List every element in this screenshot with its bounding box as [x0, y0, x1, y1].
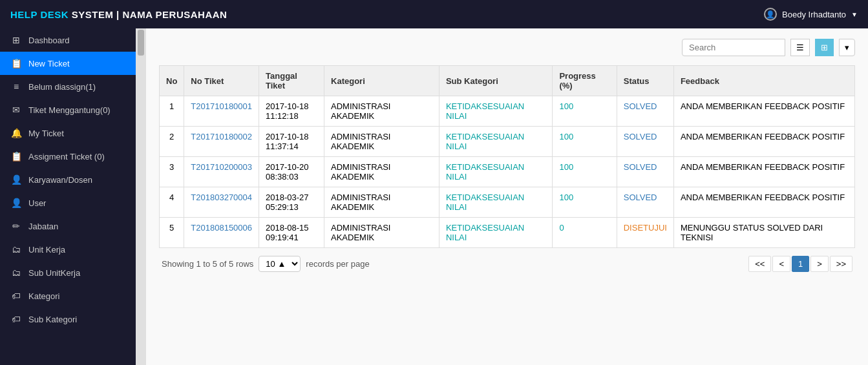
user-caret-icon: ▼: [851, 11, 858, 18]
col-status: Status: [617, 66, 673, 96]
view-dropdown-button[interactable]: ▾: [839, 39, 855, 56]
belum-diassign-icon: ≡: [10, 81, 22, 92]
cell-feedback: ANDA MEMBERIKAN FEEDBACK POSITIF: [673, 127, 854, 157]
cell-sub-kategori: KETIDAKSESUAIAN NILAI: [439, 96, 553, 127]
sidebar-item-label-my-ticket: My Ticket: [28, 129, 64, 138]
cell-sub-kategori: KETIDAKSESUAIAN NILAI: [439, 218, 553, 248]
sidebar-item-my-ticket[interactable]: 🔔My Ticket: [0, 121, 136, 145]
user-avatar-icon: 👤: [764, 8, 777, 21]
main-inner: ☰ ⊞ ▾ No No Tiket Tanggal Tiket Kategori…: [146, 28, 868, 365]
cell-kategori: ADMINISTRASI AKADEMIK: [324, 218, 439, 248]
cell-sub-kategori: KETIDAKSESUAIAN NILAI: [439, 157, 553, 187]
tiket-menggantung-icon: ✉: [10, 105, 22, 115]
pagination-first-button[interactable]: <<: [748, 256, 771, 272]
sidebar-item-new-ticket[interactable]: 📋New Ticket: [0, 52, 136, 75]
kategori-icon: 🏷: [10, 291, 22, 301]
ticket-link[interactable]: T201710180001: [191, 101, 252, 111]
sidebar-item-label-user: User: [28, 198, 46, 208]
cell-progress: 100: [553, 157, 617, 187]
cell-no-tiket[interactable]: T201710200003: [184, 157, 259, 187]
dashboard-icon: ⊞: [10, 35, 22, 45]
cell-progress: 100: [553, 127, 617, 157]
sidebar-item-label-karyawan-dosen: Karyawan/Dosen: [28, 175, 92, 185]
cell-tanggal: 2018-03-27 05:29:13: [259, 187, 324, 218]
sidebar-item-tiket-menggantung[interactable]: ✉Tiket Menggantung(0): [0, 98, 136, 121]
cell-kategori: ADMINISTRASI AKADEMIK: [324, 127, 439, 157]
table-footer: Showing 1 to 5 of 5 rows 10 ▲ 25 50 reco…: [159, 248, 855, 280]
jabatan-icon: ✏: [10, 221, 22, 231]
col-progress: Progress (%): [553, 66, 617, 96]
ticket-link[interactable]: T201808150006: [191, 223, 252, 233]
col-feedback: Feedback: [673, 66, 854, 96]
view-list-button[interactable]: ☰: [790, 39, 810, 56]
pagination-page-1-button[interactable]: 1: [792, 256, 809, 272]
sidebar-item-assigment-ticket[interactable]: 📋Assigment Ticket (0): [0, 145, 136, 168]
per-page-select[interactable]: 10 ▲ 25 50: [259, 256, 301, 272]
pagination-last-button[interactable]: >>: [830, 256, 852, 272]
table-row: 2T2017101800022017-10-18 11:37:14ADMINIS…: [160, 127, 855, 157]
cell-status: SOLVED: [617, 157, 673, 187]
table-row: 3T2017102000032017-10-20 08:38:03ADMINIS…: [160, 157, 855, 187]
assigment-ticket-icon: 📋: [10, 151, 22, 162]
cell-no-tiket[interactable]: T201803270004: [184, 187, 259, 218]
cell-progress: 100: [553, 187, 617, 218]
cell-feedback: MENUNGGU STATUS SOLVED DARI TEKNISI: [673, 218, 854, 248]
brand: HELP DESK SYSTEM | NAMA PERUSAHAAN: [10, 9, 227, 20]
sidebar-item-label-unit-kerja: Unit Kerja: [28, 245, 65, 255]
sidebar-item-dashboard[interactable]: ⊞Dashboard: [0, 28, 136, 52]
user-name: Boedy Irhadtanto: [782, 10, 846, 19]
cell-feedback: ANDA MEMBERIKAN FEEDBACK POSITIF: [673, 187, 854, 218]
sidebar-item-sub-unitkerja[interactable]: 🗂Sub UnitKerja: [0, 261, 136, 284]
pagination-next-button[interactable]: >: [810, 256, 829, 272]
sidebar-item-label-jabatan: Jabatan: [28, 222, 58, 231]
cell-status: SOLVED: [617, 127, 673, 157]
table-row: 5T2018081500062018-08-15 09:19:41ADMINIS…: [160, 218, 855, 248]
unit-kerja-icon: 🗂: [10, 244, 22, 255]
sidebar-item-label-tiket-menggantung: Tiket Menggantung(0): [28, 105, 111, 115]
scroll-indicator: [136, 28, 146, 365]
sidebar-item-jabatan[interactable]: ✏Jabatan: [0, 214, 136, 238]
karyawan-dosen-icon: 👤: [10, 174, 22, 185]
sidebar-item-sub-kategori[interactable]: 🏷Sub Kategori: [0, 308, 136, 331]
brand-help: HELP DESK: [10, 9, 69, 20]
sidebar-item-belum-diassign[interactable]: ≡Belum diassign(1): [0, 75, 136, 98]
cell-status: DISETUJUI: [617, 218, 673, 248]
sidebar-item-unit-kerja[interactable]: 🗂Unit Kerja: [0, 238, 136, 261]
table-body: 1T2017101800012017-10-18 11:12:18ADMINIS…: [160, 96, 855, 248]
search-input[interactable]: [682, 39, 785, 56]
cell-kategori: ADMINISTRASI AKADEMIK: [324, 157, 439, 187]
col-kategori: Kategori: [324, 66, 439, 96]
cell-status: SOLVED: [617, 187, 673, 218]
ticket-link[interactable]: T201803270004: [191, 193, 252, 202]
user-menu[interactable]: 👤 Boedy Irhadtanto ▼: [764, 8, 858, 21]
cell-no-tiket[interactable]: T201808150006: [184, 218, 259, 248]
layout: ⊞Dashboard📋New Ticket≡Belum diassign(1)✉…: [0, 28, 868, 365]
cell-kategori: ADMINISTRASI AKADEMIK: [324, 96, 439, 127]
sidebar-item-label-sub-unitkerja: Sub UnitKerja: [28, 268, 80, 278]
sidebar-item-label-assigment-ticket: Assigment Ticket (0): [28, 152, 105, 162]
cell-no-tiket[interactable]: T201710180002: [184, 127, 259, 157]
cell-no: 3: [160, 157, 184, 187]
ticket-link[interactable]: T201710200003: [191, 162, 252, 172]
sidebar-item-user[interactable]: 👤User: [0, 191, 136, 214]
cell-no-tiket[interactable]: T201710180001: [184, 96, 259, 127]
cell-tanggal: 2017-10-20 08:38:03: [259, 157, 324, 187]
ticket-link[interactable]: T201710180002: [191, 132, 252, 141]
toolbar: ☰ ⊞ ▾: [159, 39, 855, 56]
sidebar-item-kategori[interactable]: 🏷Kategori: [0, 284, 136, 308]
new-ticket-icon: 📋: [10, 58, 22, 68]
pagination-prev-button[interactable]: <: [772, 256, 790, 272]
cell-no: 5: [160, 218, 184, 248]
sidebar: ⊞Dashboard📋New Ticket≡Belum diassign(1)✉…: [0, 28, 136, 365]
col-no-tiket: No Tiket: [184, 66, 259, 96]
view-grid-button[interactable]: ⊞: [815, 39, 834, 56]
table-row: 4T2018032700042018-03-27 05:29:13ADMINIS…: [160, 187, 855, 218]
footer-left: Showing 1 to 5 of 5 rows 10 ▲ 25 50 reco…: [162, 256, 370, 272]
brand-company: NAMA PERUSAHAAN: [122, 9, 227, 20]
table-header: No No Tiket Tanggal Tiket Kategori Sub K…: [160, 66, 855, 96]
col-tanggal: Tanggal Tiket: [259, 66, 324, 96]
sidebar-item-label-belum-diassign: Belum diassign(1): [28, 82, 96, 92]
sidebar-item-karyawan-dosen[interactable]: 👤Karyawan/Dosen: [0, 168, 136, 191]
showing-label: Showing 1 to 5 of 5 rows: [162, 259, 253, 269]
cell-progress: 0: [553, 218, 617, 248]
